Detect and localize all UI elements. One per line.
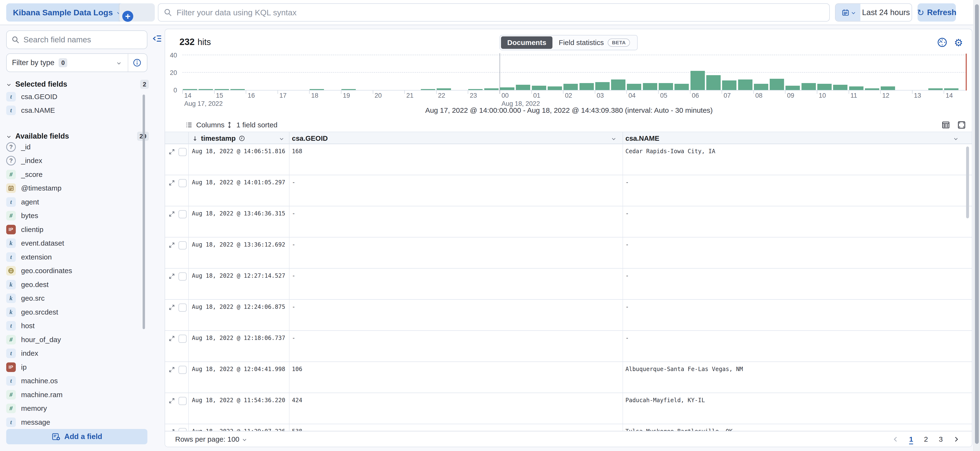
sidebar-field-geo.srcdest[interactable]: k geo.srcdest bbox=[6, 305, 140, 319]
expand-row-icon[interactable] bbox=[169, 429, 175, 431]
column-header-name[interactable]: csa.NAME bbox=[625, 132, 960, 145]
sidebar-field-bytes[interactable]: # bytes bbox=[6, 209, 140, 223]
row-checkbox[interactable] bbox=[178, 148, 187, 156]
add-filter-button[interactable]: + bbox=[119, 7, 137, 25]
expand-row-icon[interactable] bbox=[169, 304, 175, 311]
field-search-box[interactable] bbox=[6, 30, 147, 49]
rows-per-page-button[interactable]: Rows per page: 100 bbox=[175, 431, 246, 447]
collapse-sidebar-button[interactable] bbox=[152, 33, 163, 44]
refresh-button[interactable]: ↻ Refresh bbox=[918, 3, 956, 22]
sidebar-field-ip[interactable]: IP ip bbox=[6, 360, 140, 374]
row-checkbox[interactable] bbox=[178, 273, 187, 280]
sidebar-field-machine.os[interactable]: t machine.os bbox=[6, 374, 140, 388]
sidebar-field-_score[interactable]: # _score bbox=[6, 167, 140, 182]
kql-search-input[interactable] bbox=[177, 8, 824, 17]
field-type-d-icon bbox=[6, 183, 16, 193]
field-type-n-icon: # bbox=[6, 211, 16, 220]
field-search-input[interactable] bbox=[24, 35, 142, 44]
table-scrollbar[interactable] bbox=[966, 147, 969, 300]
sidebar-field-agent[interactable]: t agent bbox=[6, 195, 140, 209]
column-header-geoid[interactable]: csa.GEOID bbox=[292, 132, 620, 145]
filter-by-type-dropdown[interactable]: Filter by type 0 bbox=[6, 53, 147, 72]
sidebar-field-event.dataset[interactable]: k event.dataset bbox=[6, 236, 140, 250]
table-row[interactable]: Aug 18, 2022 @ 12:18:06.737 - - bbox=[165, 331, 972, 362]
pagination-page-3[interactable]: 3 bbox=[935, 433, 947, 446]
table-row[interactable]: Aug 18, 2022 @ 13:46:36.315 - - bbox=[165, 206, 972, 237]
table-row[interactable]: Aug 18, 2022 @ 14:06:51.816 168 Cedar Ra… bbox=[165, 144, 972, 175]
sidebar-field-csa.NAME[interactable]: t csa.NAME bbox=[6, 104, 140, 118]
expand-row-icon[interactable] bbox=[169, 180, 175, 186]
sidebar-field-machine.ram[interactable]: # machine.ram bbox=[6, 388, 140, 402]
sidebar-field-host[interactable]: t host bbox=[6, 319, 140, 333]
expand-row-icon[interactable] bbox=[169, 366, 175, 373]
filter-count-badge: 0 bbox=[59, 58, 67, 67]
row-checkbox[interactable] bbox=[178, 241, 187, 249]
sidebar-field-geo.dest[interactable]: k geo.dest bbox=[6, 278, 140, 292]
sidebar-field-hour_of_day[interactable]: # hour_of_day bbox=[6, 333, 140, 347]
fullscreen-button[interactable] bbox=[957, 118, 966, 132]
date-picker-calendar-button[interactable] bbox=[835, 4, 861, 21]
kql-search-bar[interactable] bbox=[158, 3, 830, 22]
table-row[interactable]: Aug 18, 2022 @ 11:29:07.226 538 Tulsa-Mu… bbox=[165, 424, 972, 431]
sidebar-field-@timestamp[interactable]: @timestamp bbox=[6, 182, 140, 195]
tab-field-statistics[interactable]: Field statistics BETA bbox=[552, 37, 636, 49]
column-header-timestamp[interactable]: timestamp bbox=[192, 132, 288, 145]
display-options-button[interactable] bbox=[941, 118, 950, 132]
columns-button[interactable]: Columns bbox=[185, 118, 224, 132]
pagination-page-2[interactable]: 2 bbox=[920, 433, 932, 446]
chevron-down-icon[interactable] bbox=[280, 137, 283, 140]
table-row[interactable]: Aug 18, 2022 @ 12:04:41.998 106 Albuquer… bbox=[165, 362, 972, 393]
row-checkbox[interactable] bbox=[178, 179, 187, 187]
sidebar-field-memory[interactable]: # memory bbox=[6, 402, 140, 416]
expand-row-icon[interactable] bbox=[169, 273, 175, 280]
field-name: csa.GEOID bbox=[21, 92, 57, 101]
expand-row-icon[interactable] bbox=[169, 211, 175, 217]
pagination-prev-button[interactable] bbox=[891, 433, 902, 446]
info-icon[interactable] bbox=[132, 58, 142, 67]
sidebar-field-clientip[interactable]: IP clientip bbox=[6, 223, 140, 236]
expand-row-icon[interactable] bbox=[169, 148, 175, 155]
pagination-page-1[interactable]: 1 bbox=[905, 433, 917, 446]
chevron-down-icon[interactable] bbox=[612, 137, 616, 140]
sidebar-field-extension[interactable]: t extension bbox=[6, 250, 140, 264]
table-scrollbar-thumb[interactable] bbox=[966, 147, 969, 218]
table-row[interactable]: Aug 18, 2022 @ 11:54:36.220 424 Paducah-… bbox=[165, 393, 972, 424]
row-checkbox[interactable] bbox=[178, 397, 187, 405]
sidebar-field-_id[interactable]: ? _id bbox=[6, 140, 140, 154]
sidebar-scrollbar-thumb[interactable] bbox=[143, 94, 145, 329]
sidebar-field-geo.coordinates[interactable]: geo.coordinates bbox=[6, 264, 140, 278]
sidebar-field-csa.GEOID[interactable]: t csa.GEOID bbox=[6, 90, 140, 104]
row-checkbox[interactable] bbox=[178, 210, 187, 218]
tab-documents[interactable]: Documents bbox=[501, 37, 552, 49]
row-checkbox[interactable] bbox=[178, 366, 187, 374]
sidebar-field-geo.src[interactable]: k geo.src bbox=[6, 292, 140, 306]
table-row[interactable]: Aug 18, 2022 @ 13:36:12.692 - - bbox=[165, 237, 972, 269]
table-row[interactable]: Aug 18, 2022 @ 12:24:06.875 - - bbox=[165, 300, 972, 331]
page-scrollbar-thumb[interactable] bbox=[975, 4, 979, 444]
table-row[interactable]: Aug 18, 2022 @ 14:01:05.297 - - bbox=[165, 175, 972, 206]
expand-row-icon[interactable] bbox=[169, 335, 175, 342]
expand-row-icon[interactable] bbox=[169, 242, 175, 249]
add-field-button[interactable]: Add a field bbox=[6, 429, 147, 444]
sort-fields-button[interactable]: 1 field sorted bbox=[226, 118, 278, 132]
histogram-chart[interactable]: 40 20 0 14151617181920212223000102030405… bbox=[165, 53, 973, 111]
table-row[interactable]: Aug 18, 2022 @ 12:27:14.527 - - bbox=[165, 269, 972, 300]
chart-settings-button[interactable]: ⚙ bbox=[953, 37, 964, 48]
time-range-button[interactable]: Last 24 hours bbox=[861, 4, 912, 21]
selected-fields-header[interactable]: Selected fields 2 bbox=[6, 78, 149, 90]
row-checkbox[interactable] bbox=[178, 428, 187, 431]
data-view-picker[interactable]: Kibana Sample Data Logs bbox=[6, 3, 127, 22]
histogram-bar bbox=[595, 82, 609, 90]
sidebar-field-_index[interactable]: ? _index bbox=[6, 154, 140, 168]
page-scrollbar[interactable] bbox=[973, 0, 980, 451]
pagination-next-button[interactable] bbox=[950, 433, 961, 446]
row-checkbox[interactable] bbox=[178, 335, 187, 343]
histogram-plot-area[interactable] bbox=[182, 54, 967, 91]
chart-options-button[interactable] bbox=[937, 37, 948, 48]
sidebar-field-index[interactable]: t index bbox=[6, 347, 140, 360]
expand-row-icon[interactable] bbox=[169, 397, 175, 404]
sidebar-scrollbar[interactable] bbox=[143, 94, 145, 329]
sidebar-field-message[interactable]: t message bbox=[6, 415, 140, 429]
row-checkbox[interactable] bbox=[178, 304, 187, 312]
chevron-down-icon[interactable] bbox=[954, 137, 958, 140]
